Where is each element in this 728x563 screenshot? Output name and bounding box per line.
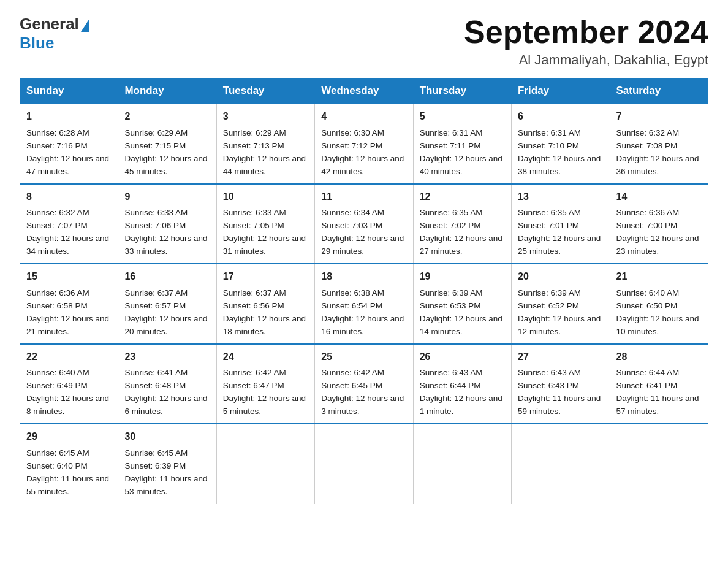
- month-title: September 2024: [464, 15, 708, 50]
- daylight-text: Daylight: 12 hours and 18 minutes.: [223, 314, 306, 336]
- sunrise-text: Sunrise: 6:38 AM: [321, 288, 384, 297]
- day-number: 17: [223, 269, 308, 285]
- sunrise-text: Sunrise: 6:43 AM: [518, 368, 581, 377]
- sunset-text: Sunset: 7:07 PM: [26, 221, 88, 230]
- calendar-day-25: 25Sunrise: 6:42 AMSunset: 6:45 PMDayligh…: [315, 344, 413, 424]
- daylight-text: Daylight: 12 hours and 20 minutes.: [124, 314, 207, 336]
- daylight-text: Daylight: 12 hours and 1 minute.: [420, 394, 502, 416]
- day-number: 27: [518, 350, 603, 365]
- sunrise-text: Sunrise: 6:43 AM: [420, 368, 483, 377]
- calendar-day-20: 20Sunrise: 6:39 AMSunset: 6:52 PMDayligh…: [512, 264, 610, 343]
- day-number: 29: [26, 429, 112, 445]
- daylight-text: Daylight: 12 hours and 44 minutes.: [223, 154, 306, 176]
- day-number: 7: [616, 109, 702, 124]
- day-number: 10: [223, 190, 308, 205]
- daylight-text: Daylight: 11 hours and 57 minutes.: [616, 394, 699, 416]
- day-number: 3: [223, 109, 308, 124]
- calendar-day-9: 9Sunrise: 6:33 AMSunset: 7:06 PMDaylight…: [118, 184, 216, 264]
- calendar-day-15: 15Sunrise: 6:36 AMSunset: 6:58 PMDayligh…: [20, 264, 118, 343]
- calendar-day-1: 1Sunrise: 6:28 AMSunset: 7:16 PMDaylight…: [20, 104, 118, 183]
- daylight-text: Daylight: 12 hours and 5 minutes.: [223, 394, 306, 416]
- calendar-header-monday: Monday: [118, 79, 216, 104]
- daylight-text: Daylight: 12 hours and 8 minutes.: [26, 394, 109, 416]
- calendar-day-22: 22Sunrise: 6:40 AMSunset: 6:49 PMDayligh…: [20, 344, 118, 424]
- sunset-text: Sunset: 6:54 PM: [321, 301, 382, 310]
- calendar-day-13: 13Sunrise: 6:35 AMSunset: 7:01 PMDayligh…: [512, 184, 610, 264]
- calendar-day-23: 23Sunrise: 6:41 AMSunset: 6:48 PMDayligh…: [118, 344, 216, 424]
- daylight-text: Daylight: 11 hours and 59 minutes.: [518, 394, 601, 416]
- sunset-text: Sunset: 7:10 PM: [518, 141, 579, 150]
- daylight-text: Daylight: 12 hours and 45 minutes.: [124, 154, 207, 176]
- sunrise-text: Sunrise: 6:31 AM: [420, 128, 483, 137]
- daylight-text: Daylight: 12 hours and 6 minutes.: [124, 394, 207, 416]
- sunrise-text: Sunrise: 6:30 AM: [321, 128, 384, 137]
- sunset-text: Sunset: 7:16 PM: [26, 141, 88, 150]
- day-number: 24: [223, 350, 308, 365]
- day-number: 18: [321, 269, 406, 285]
- sunrise-text: Sunrise: 6:36 AM: [26, 288, 89, 297]
- sunrise-text: Sunrise: 6:37 AM: [223, 288, 286, 297]
- sunrise-text: Sunrise: 6:37 AM: [124, 288, 188, 297]
- calendar-day-21: 21Sunrise: 6:40 AMSunset: 6:50 PMDayligh…: [610, 264, 708, 343]
- sunset-text: Sunset: 7:01 PM: [518, 221, 579, 230]
- sunrise-text: Sunrise: 6:29 AM: [124, 128, 188, 137]
- sunset-text: Sunset: 6:39 PM: [124, 461, 186, 470]
- sunrise-text: Sunrise: 6:35 AM: [518, 208, 581, 217]
- daylight-text: Daylight: 12 hours and 16 minutes.: [321, 314, 404, 336]
- logo-triangle-icon: [81, 20, 89, 32]
- sunset-text: Sunset: 6:41 PM: [616, 381, 678, 390]
- calendar-day-10: 10Sunrise: 6:33 AMSunset: 7:05 PMDayligh…: [216, 184, 314, 264]
- location-title: Al Jammaliyah, Dakahlia, Egypt: [464, 52, 708, 68]
- sunrise-text: Sunrise: 6:29 AM: [223, 128, 286, 137]
- calendar-header-wednesday: Wednesday: [315, 79, 413, 104]
- daylight-text: Daylight: 12 hours and 3 minutes.: [321, 394, 404, 416]
- calendar-day-24: 24Sunrise: 6:42 AMSunset: 6:47 PMDayligh…: [216, 344, 314, 424]
- daylight-text: Daylight: 11 hours and 53 minutes.: [124, 474, 207, 496]
- logo: General Blue: [20, 15, 89, 53]
- sunrise-text: Sunrise: 6:32 AM: [26, 208, 89, 217]
- sunrise-text: Sunrise: 6:39 AM: [518, 288, 581, 297]
- sunset-text: Sunset: 7:00 PM: [616, 221, 678, 230]
- sunset-text: Sunset: 7:05 PM: [223, 221, 284, 230]
- daylight-text: Daylight: 12 hours and 33 minutes.: [124, 234, 207, 256]
- sunrise-text: Sunrise: 6:32 AM: [616, 128, 680, 137]
- sunset-text: Sunset: 6:49 PM: [26, 381, 88, 390]
- daylight-text: Daylight: 12 hours and 27 minutes.: [420, 234, 502, 256]
- logo-general: General: [20, 15, 79, 34]
- calendar-day-8: 8Sunrise: 6:32 AMSunset: 7:07 PMDaylight…: [20, 184, 118, 264]
- sunrise-text: Sunrise: 6:35 AM: [420, 208, 483, 217]
- week-row-2: 8Sunrise: 6:32 AMSunset: 7:07 PMDaylight…: [20, 184, 708, 264]
- sunrise-text: Sunrise: 6:33 AM: [124, 208, 188, 217]
- sunset-text: Sunset: 6:40 PM: [26, 461, 88, 470]
- calendar-empty-cell: [610, 424, 708, 504]
- sunset-text: Sunset: 7:13 PM: [223, 141, 284, 150]
- day-number: 30: [124, 429, 210, 445]
- day-number: 20: [518, 269, 603, 285]
- day-number: 22: [26, 350, 112, 365]
- day-number: 26: [420, 350, 505, 365]
- day-number: 21: [616, 269, 702, 285]
- day-number: 8: [26, 190, 112, 205]
- calendar-day-17: 17Sunrise: 6:37 AMSunset: 6:56 PMDayligh…: [216, 264, 314, 343]
- daylight-text: Daylight: 12 hours and 25 minutes.: [518, 234, 601, 256]
- calendar-empty-cell: [216, 424, 314, 504]
- daylight-text: Daylight: 12 hours and 10 minutes.: [616, 314, 699, 336]
- daylight-text: Daylight: 12 hours and 23 minutes.: [616, 234, 699, 256]
- week-row-1: 1Sunrise: 6:28 AMSunset: 7:16 PMDaylight…: [20, 104, 708, 183]
- day-number: 5: [420, 109, 505, 124]
- sunrise-text: Sunrise: 6:44 AM: [616, 368, 680, 377]
- calendar-day-5: 5Sunrise: 6:31 AMSunset: 7:11 PMDaylight…: [413, 104, 511, 183]
- logo-blue: Blue: [20, 34, 54, 52]
- sunrise-text: Sunrise: 6:41 AM: [124, 368, 188, 377]
- sunset-text: Sunset: 7:12 PM: [321, 141, 382, 150]
- day-number: 2: [124, 109, 210, 124]
- day-number: 4: [321, 109, 406, 124]
- week-row-4: 22Sunrise: 6:40 AMSunset: 6:49 PMDayligh…: [20, 344, 708, 424]
- calendar-day-14: 14Sunrise: 6:36 AMSunset: 7:00 PMDayligh…: [610, 184, 708, 264]
- sunrise-text: Sunrise: 6:42 AM: [223, 368, 286, 377]
- sunset-text: Sunset: 6:57 PM: [124, 301, 186, 310]
- sunset-text: Sunset: 6:53 PM: [420, 301, 481, 310]
- day-number: 13: [518, 190, 603, 205]
- sunrise-text: Sunrise: 6:33 AM: [223, 208, 286, 217]
- sunrise-text: Sunrise: 6:31 AM: [518, 128, 581, 137]
